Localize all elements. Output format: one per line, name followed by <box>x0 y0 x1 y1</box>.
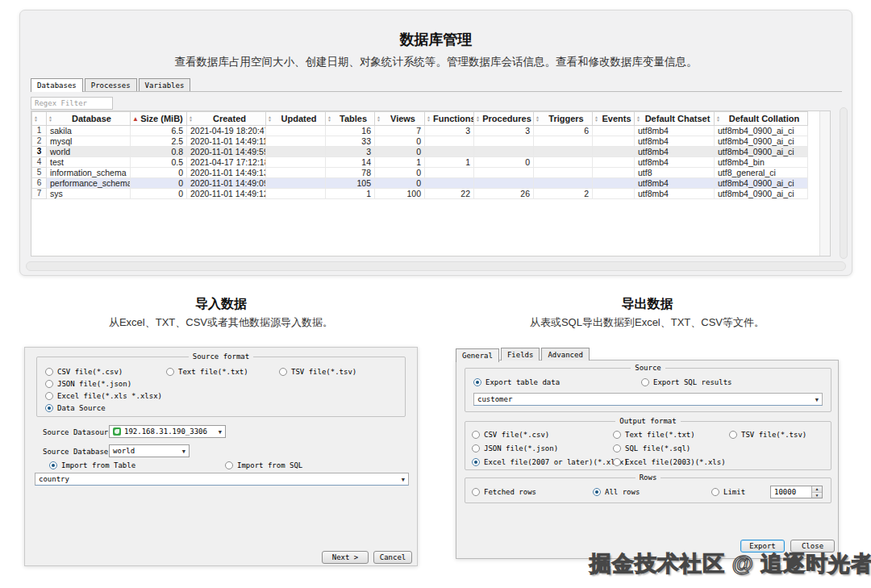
cell: performance_schema <box>47 178 131 189</box>
radio-limit[interactable]: Limit <box>711 488 745 496</box>
table-row-test[interactable]: 4test0.52021-04-17 17:12:1814110utf8mb4u… <box>32 157 808 168</box>
column-header-tables[interactable]: Tables <box>326 112 375 126</box>
output-format-legend: Output format <box>615 417 680 425</box>
radio-csv-file[interactable]: CSV file(*.csv) <box>45 368 123 376</box>
column-header-events[interactable]: Events <box>593 112 635 126</box>
column-header-default-chatset[interactable]: Default Chatset <box>635 112 715 126</box>
cell: sakila <box>47 126 131 136</box>
source-table-combo[interactable]: country ▼ <box>35 473 409 486</box>
cell <box>425 178 474 189</box>
limit-value[interactable]: 10000 <box>771 486 811 498</box>
table-row-sys[interactable]: 7sys02020-11-01 14:49:12110022262utf8mb4… <box>32 189 808 199</box>
radio-json-file[interactable]: JSON file(*.json) <box>45 380 131 388</box>
cell <box>593 168 635 178</box>
cell: 6.5 <box>131 126 187 136</box>
cell: 0 <box>131 168 187 178</box>
radio-out-sql[interactable]: SQL file(*.sql) <box>613 444 690 452</box>
radio-icon-checked <box>593 488 601 496</box>
table-row-mysql[interactable]: 2mysql2.52020-11-01 14:49:11330utf8mb4ut… <box>32 136 808 147</box>
cell <box>474 178 534 189</box>
table-vertical-scrollbar[interactable] <box>819 111 830 256</box>
table-row-world[interactable]: 3world0.82020-11-01 14:49:5930utf8mb4utf… <box>32 147 808 157</box>
radio-excel-file[interactable]: Excel file(*.xls *.xlsx) <box>45 392 162 400</box>
cell: 7 <box>375 126 425 136</box>
export-source-group: Source Export table data Export SQL resu… <box>465 364 831 412</box>
cell: 2021-04-17 17:12:18 <box>187 157 266 168</box>
source-datasource-combo[interactable]: 192.168.31.190_3306 ▼ <box>109 425 226 438</box>
column-header-created[interactable]: Created <box>187 112 266 126</box>
column-header-functions[interactable]: Functions <box>425 112 474 126</box>
import-dialog: Source format CSV file(*.csv) Text file(… <box>24 347 418 566</box>
radio-data-source[interactable]: Data Source <box>45 404 106 412</box>
radio-text-file[interactable]: Text file(*.txt) <box>166 368 248 376</box>
radio-all-rows[interactable]: All rows <box>593 488 640 496</box>
export-dialog: Source Export table data Export SQL resu… <box>456 360 839 559</box>
radio-icon <box>279 368 287 376</box>
source-database-combo[interactable]: world ▼ <box>109 444 190 457</box>
cell: 22 <box>425 189 474 199</box>
radio-out-text[interactable]: Text file(*.txt) <box>613 431 695 439</box>
cell: utf8mb4 <box>635 189 715 199</box>
radio-out-xlsx[interactable]: Excel file(2007 or later)(*.xlsx) <box>472 458 628 466</box>
cancel-button[interactable]: Cancel <box>373 551 412 564</box>
radio-out-csv[interactable]: CSV file(*.csv) <box>472 431 549 439</box>
export-tabbar: General Fields Advanced <box>456 346 839 361</box>
tab-general[interactable]: General <box>456 348 499 362</box>
sort-icon <box>636 115 640 122</box>
radio-export-table-data[interactable]: Export table data <box>473 378 560 386</box>
export-button[interactable]: Export <box>740 540 785 553</box>
table-row-sakila[interactable]: 1sakila6.52021-04-19 18:20:47167336utf8m… <box>32 126 808 136</box>
next-button[interactable]: Next > <box>322 551 369 564</box>
spin-up-icon[interactable]: ▲ <box>812 486 822 493</box>
tab-advanced[interactable]: Advanced <box>541 348 589 361</box>
radio-import-from-table[interactable]: Import from Table <box>49 461 135 469</box>
panel-horizontal-scrollbar[interactable] <box>26 261 846 271</box>
sort-icon <box>716 115 720 122</box>
radio-export-sql-results[interactable]: Export SQL results <box>641 378 732 386</box>
regex-filter-input[interactable] <box>31 97 113 110</box>
databases-table-container: DatabaseSize (MiB)CreatedUpdatedTablesVi… <box>31 111 831 256</box>
radio-icon <box>45 368 53 376</box>
cell <box>534 157 593 168</box>
radio-icon-checked <box>49 461 57 469</box>
column-header-default-collation[interactable]: Default Collation <box>715 112 808 126</box>
spin-down-icon[interactable]: ▼ <box>812 493 822 498</box>
close-button[interactable]: Close <box>790 540 835 553</box>
cell: world <box>47 147 131 157</box>
export-table-combo[interactable]: customer ▼ <box>473 393 823 406</box>
cell <box>425 147 474 157</box>
header-row: DatabaseSize (MiB)CreatedUpdatedTablesVi… <box>32 112 808 126</box>
page-title: 数据库管理 <box>20 30 852 49</box>
column-header-updated[interactable]: Updated <box>266 112 326 126</box>
radio-import-from-sql[interactable]: Import from SQL <box>225 461 302 469</box>
sort-ascending-icon <box>132 116 139 122</box>
cell: 16 <box>326 126 375 136</box>
radio-out-xls[interactable]: Excel file(2003)(*.xls) <box>613 458 726 466</box>
sort-icon <box>536 115 540 122</box>
source-format-group: Source format CSV file(*.csv) Text file(… <box>36 352 406 417</box>
tab-processes[interactable]: Processes <box>85 78 137 91</box>
cell: 0.8 <box>131 147 187 157</box>
import-section-title: 导入数据 <box>24 296 418 313</box>
table-row-performance_schema[interactable]: 6performance_schema02020-11-01 14:49:091… <box>32 178 808 189</box>
table-row-information_schema[interactable]: 5information_schema02020-11-01 14:49:137… <box>32 168 808 178</box>
column-header-procedures[interactable]: Procedures <box>474 112 534 126</box>
cell: utf8mb4_0900_ai_ci <box>715 147 808 157</box>
tab-databases[interactable]: Databases <box>31 78 83 92</box>
radio-fetched-rows[interactable]: Fetched rows <box>472 488 536 496</box>
radio-icon <box>472 488 480 496</box>
tab-fields[interactable]: Fields <box>501 348 540 361</box>
row-number: 1 <box>32 126 47 136</box>
cell: 0 <box>375 147 425 157</box>
tab-variables[interactable]: Variables <box>139 78 191 91</box>
radio-tsv-file[interactable]: TSV file(*.tsv) <box>279 368 356 376</box>
panel-vertical-scrollbar[interactable] <box>840 107 848 259</box>
cell <box>593 189 635 199</box>
radio-out-tsv[interactable]: TSV file(*.tsv) <box>729 431 806 439</box>
column-header-size-mib-[interactable]: Size (MiB) <box>131 112 187 126</box>
limit-spinner[interactable]: 10000 ▲ ▼ <box>770 486 823 498</box>
column-header-views[interactable]: Views <box>375 112 425 126</box>
column-header-database[interactable]: Database <box>47 112 131 126</box>
column-header-triggers[interactable]: Triggers <box>534 112 593 126</box>
radio-out-json[interactable]: JSON file(*.json) <box>472 444 558 452</box>
